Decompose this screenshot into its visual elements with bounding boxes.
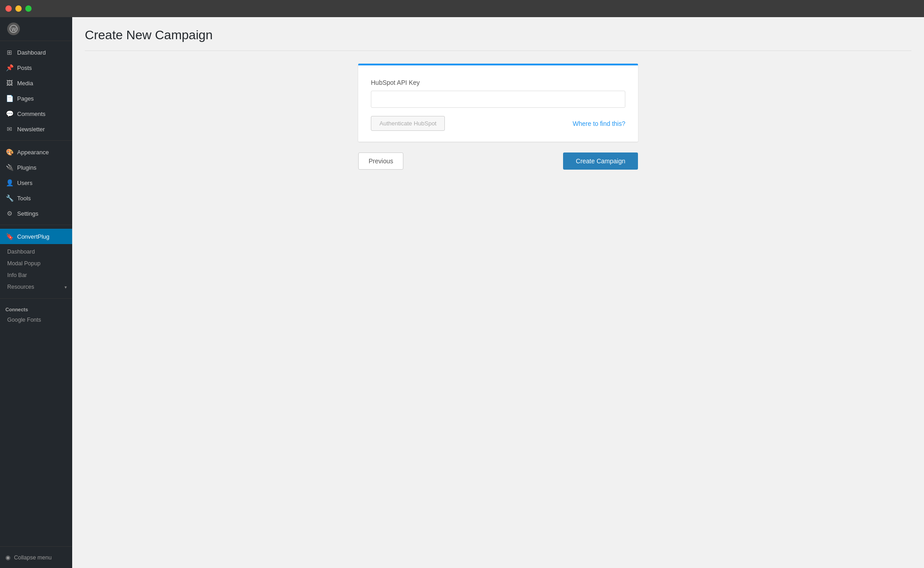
sidebar-divider-1 [0, 140, 72, 141]
svg-text:W: W [12, 27, 17, 32]
maximize-button[interactable] [25, 5, 32, 12]
dashboard-icon: ⊞ [5, 48, 14, 56]
sidebar-item-comments[interactable]: 💬 Comments [0, 106, 72, 121]
nav-buttons: Previous Create Campaign [358, 152, 638, 170]
sidebar-divider-2 [0, 225, 72, 225]
page-title: Create New Campaign [85, 28, 911, 42]
sidebar-item-plugins[interactable]: 🔌 Plugins [0, 160, 72, 175]
sidebar-item-media[interactable]: 🖼 Media [0, 75, 72, 91]
convertplug-submenu: Dashboard Modal Popup Info Bar Resources… [0, 244, 72, 295]
submenu-item-info-bar[interactable]: Info Bar [0, 269, 72, 281]
app: W ⊞ Dashboard 📌 Posts 🖼 Media 📄 Pages [0, 17, 924, 568]
sidebar-item-posts[interactable]: 📌 Posts [0, 60, 72, 75]
newsletter-icon: ✉ [5, 125, 14, 133]
sidebar-item-convertplug[interactable]: 🔖 ConvertPlug [0, 229, 72, 244]
submenu-item-dashboard[interactable]: Dashboard [0, 246, 72, 258]
main-content: Create New Campaign HubSpot API Key Auth… [72, 17, 924, 568]
titlebar [0, 0, 924, 17]
plugins-icon: 🔌 [5, 163, 14, 171]
sidebar-item-tools[interactable]: 🔧 Tools [0, 190, 72, 206]
wordpress-icon: W [7, 23, 20, 35]
submenu-item-modal-popup[interactable]: Modal Popup [0, 258, 72, 269]
previous-button[interactable]: Previous [358, 152, 403, 170]
sidebar: W ⊞ Dashboard 📌 Posts 🖼 Media 📄 Pages [0, 17, 72, 568]
submenu-item-resources[interactable]: Resources ▾ [0, 281, 72, 293]
api-key-input[interactable] [371, 91, 625, 108]
collapse-icon: ◉ [5, 554, 10, 561]
sidebar-logo: W [0, 17, 72, 41]
tools-icon: 🔧 [5, 194, 14, 202]
sidebar-item-settings[interactable]: ⚙ Settings [0, 206, 72, 221]
sidebar-item-newsletter[interactable]: ✉ Newsletter [0, 121, 72, 137]
sidebar-navigation: ⊞ Dashboard 📌 Posts 🖼 Media 📄 Pages 💬 Co… [0, 41, 72, 546]
sidebar-footer: ◉ Collapse menu [0, 546, 72, 568]
media-icon: 🖼 [5, 79, 14, 87]
posts-icon: 📌 [5, 64, 14, 72]
sidebar-item-pages[interactable]: 📄 Pages [0, 91, 72, 106]
sidebar-item-users[interactable]: 👤 Users [0, 175, 72, 190]
sidebar-item-dashboard[interactable]: ⊞ Dashboard [0, 45, 72, 60]
api-key-label: HubSpot API Key [371, 79, 625, 86]
create-campaign-button[interactable]: Create Campaign [563, 152, 638, 170]
page-divider [85, 51, 911, 51]
collapse-menu-button[interactable]: ◉ Collapse menu [0, 550, 72, 564]
form-card: HubSpot API Key Authenticate HubSpot Whe… [358, 64, 638, 142]
connects-section-title: Connects [0, 302, 72, 314]
pages-icon: 📄 [5, 94, 14, 102]
users-icon: 👤 [5, 179, 14, 187]
appearance-icon: 🎨 [5, 148, 14, 156]
close-button[interactable] [5, 5, 12, 12]
sidebar-item-appearance[interactable]: 🎨 Appearance [0, 144, 72, 160]
resources-chevron-icon: ▾ [65, 285, 67, 290]
settings-icon: ⚙ [5, 209, 14, 217]
convertplug-icon: 🔖 [5, 232, 14, 240]
submenu-item-google-fonts[interactable]: Google Fonts [0, 314, 72, 326]
authenticate-button[interactable]: Authenticate HubSpot [371, 116, 445, 131]
sidebar-divider-3 [0, 298, 72, 299]
comments-icon: 💬 [5, 110, 14, 118]
where-to-find-link[interactable]: Where to find this? [573, 120, 625, 127]
form-actions: Authenticate HubSpot Where to find this? [371, 116, 625, 131]
minimize-button[interactable] [15, 5, 22, 12]
